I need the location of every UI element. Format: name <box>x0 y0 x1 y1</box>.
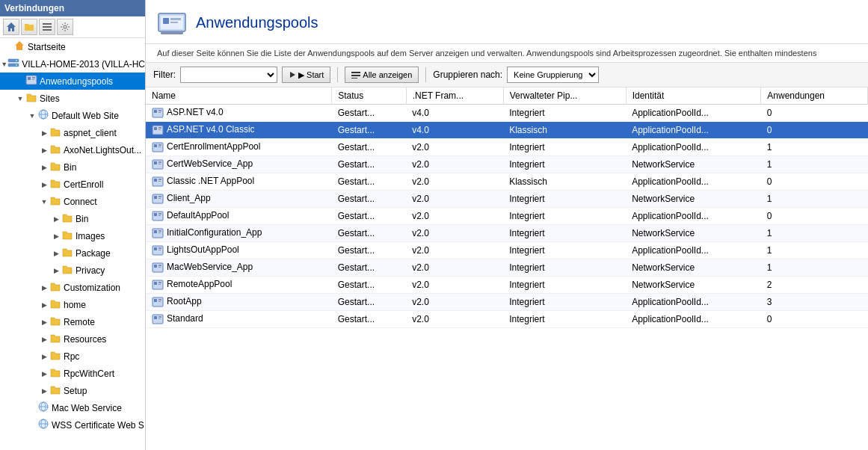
sidebar-label-customization: Customization <box>64 283 120 293</box>
sidebar-item-certenroll[interactable]: ▶CertEnroll <box>0 176 145 193</box>
sidebar-item-connect-bin[interactable]: ▶Bin <box>0 210 145 227</box>
svg-rect-72 <box>154 282 157 285</box>
cell-status: Gestart... <box>332 208 406 225</box>
svg-rect-77 <box>158 299 161 300</box>
sidebar-item-setup[interactable]: ▶Setup <box>0 382 145 399</box>
cell-pipeline: Integriert <box>503 139 626 156</box>
alle-anzeigen-button[interactable]: Alle anzeigen <box>345 67 419 83</box>
col-identity[interactable]: Identität <box>626 87 761 105</box>
group-select[interactable]: Keine Gruppierung <box>507 67 599 83</box>
cell-apps: 2 <box>761 277 868 294</box>
svg-rect-66 <box>158 250 161 250</box>
cell-identity: ApplicationPoolId... <box>626 311 761 328</box>
sidebar-label-aspnet-client: aspnet_client <box>64 128 117 138</box>
cell-identity: ApplicationPoolId... <box>626 242 761 259</box>
sidebar-item-rpc[interactable]: ▶Rpc <box>0 348 145 365</box>
cell-apps: 1 <box>761 242 868 259</box>
cell-net-framework: v2.0 <box>406 311 503 328</box>
table-row[interactable]: RemoteAppPoolGestart...v2.0IntegriertNet… <box>146 277 868 294</box>
sidebar-item-connect-privacy[interactable]: ▶Privacy <box>0 262 145 279</box>
filter-select[interactable] <box>180 67 277 83</box>
table-row[interactable]: CertEnrollmentAppPoolGestart...v2.0Integ… <box>146 139 868 156</box>
start-button[interactable]: ▶ Start <box>282 67 330 83</box>
svg-rect-45 <box>158 161 161 163</box>
cell-pipeline: Integriert <box>503 242 626 259</box>
cell-status: Gestart... <box>332 105 406 122</box>
table-row[interactable]: LightsOutAppPoolGestart...v2.0Integriert… <box>146 242 868 259</box>
svg-rect-65 <box>158 247 161 249</box>
tree-arrow-connect-package: ▶ <box>51 250 61 257</box>
filter-label: Filter: <box>153 70 176 80</box>
sidebar-item-customization[interactable]: ▶Customization <box>0 279 145 296</box>
table-row[interactable]: CertWebService_AppGestart...v2.0Integrie… <box>146 156 868 173</box>
cell-status: Gestart... <box>332 242 406 259</box>
svg-rect-64 <box>154 247 157 250</box>
sidebar-item-connect-package[interactable]: ▶Package <box>0 244 145 262</box>
svg-rect-82 <box>158 318 161 319</box>
cell-status: Gestart... <box>332 277 406 294</box>
col-apps[interactable]: Anwendungen <box>761 87 868 105</box>
cell-net-framework: v2.0 <box>406 156 503 173</box>
toolbar-btn-2[interactable] <box>21 19 37 35</box>
cell-pipeline: Integriert <box>503 105 626 122</box>
sidebar-item-home[interactable]: ▶home <box>0 296 145 313</box>
sidebar-label-connect-bin: Bin <box>76 214 88 224</box>
svg-rect-50 <box>158 181 161 182</box>
sidebar-item-villa-home[interactable]: ▼VILLA-HOME-2013 (VILLA-HC <box>0 55 145 73</box>
sidebar-item-rpcwithcert[interactable]: ▶RpcWithCert <box>0 365 145 382</box>
svg-rect-46 <box>158 164 161 164</box>
sidebar-item-anwendungspools[interactable]: Anwendungspools <box>0 73 145 90</box>
svg-rect-11 <box>32 79 34 80</box>
table-row[interactable]: InitialConfiguration_AppGestart...v2.0In… <box>146 225 868 242</box>
cell-name: Classic .NET AppPool <box>146 173 332 191</box>
col-net-framework[interactable]: .NET Fram... <box>406 87 503 105</box>
col-pipeline[interactable]: Verwalteter Pip... <box>503 87 626 105</box>
col-name[interactable]: Name <box>146 87 332 105</box>
table-row[interactable]: ASP.NET v4.0 ClassicGestart...v4.0Klassi… <box>146 122 868 139</box>
toolbar-btn-1[interactable] <box>3 19 19 35</box>
toolbar-btn-3[interactable] <box>39 19 55 35</box>
cell-pipeline: Integriert <box>503 277 626 294</box>
table-row[interactable]: Client_AppGestart...v2.0IntegriertNetwor… <box>146 191 868 208</box>
sidebar-item-connect-images[interactable]: ▶Images <box>0 227 145 244</box>
tree-icon-bin <box>49 160 61 174</box>
sidebar-label-axonet: AxoNet.LightsOut... <box>64 145 141 155</box>
sidebar-item-bin[interactable]: ▶Bin <box>0 158 145 176</box>
cell-status: Gestart... <box>332 294 406 311</box>
cell-pipeline: Integriert <box>503 208 626 225</box>
cell-identity: NetworkService <box>626 259 761 277</box>
sidebar-item-connect[interactable]: ▼Connect <box>0 193 145 210</box>
tree-icon-default-web-site <box>37 108 49 123</box>
sidebar-label-rpcwithcert: RpcWithCert <box>64 369 114 379</box>
cell-identity: ApplicationPoolId... <box>626 122 761 139</box>
table-row[interactable]: Classic .NET AppPoolGestart...v2.0Klassi… <box>146 173 868 191</box>
cell-identity: NetworkService <box>626 156 761 173</box>
svg-rect-78 <box>158 301 161 302</box>
cell-status: Gestart... <box>332 122 406 139</box>
svg-rect-76 <box>154 299 157 302</box>
sidebar-label-mac-web-service: Mac Web Service <box>52 403 122 413</box>
sidebar-item-mac-web-service[interactable]: Mac Web Service <box>0 399 145 416</box>
sidebar-item-resources[interactable]: ▶Resources <box>0 330 145 348</box>
svg-rect-56 <box>154 213 157 216</box>
sidebar-item-sites[interactable]: ▼Sites <box>0 90 145 107</box>
cell-apps: 1 <box>761 139 868 156</box>
col-status[interactable]: Status <box>332 87 406 105</box>
table-row[interactable]: ASP.NET v4.0Gestart...v4.0IntegriertAppl… <box>146 105 868 122</box>
sidebar-item-default-web-site[interactable]: ▼Default Web Site <box>0 107 145 124</box>
svg-rect-73 <box>158 282 161 283</box>
cell-net-framework: v4.0 <box>406 105 503 122</box>
sidebar-item-aspnet-client[interactable]: ▶aspnet_client <box>0 124 145 141</box>
page-header: Anwendungspools <box>146 0 868 44</box>
separator-2 <box>425 67 426 82</box>
sidebar-item-wss-cert[interactable]: WSS Certificate Web S <box>0 416 145 434</box>
sidebar-item-axonet[interactable]: ▶AxoNet.LightsOut... <box>0 141 145 158</box>
table-row[interactable]: RootAppGestart...v2.0IntegriertApplicati… <box>146 294 868 311</box>
toolbar-btn-4[interactable] <box>57 19 73 35</box>
table-row[interactable]: StandardGestart...v2.0IntegriertApplicat… <box>146 311 868 328</box>
table-row[interactable]: MacWebService_AppGestart...v2.0Integrier… <box>146 259 868 277</box>
sidebar-item-remote[interactable]: ▶Remote <box>0 313 145 330</box>
table-row[interactable]: DefaultAppPoolGestart...v2.0IntegriertAp… <box>146 208 868 225</box>
sidebar-label-wss-cert: WSS Certificate Web S <box>52 420 144 431</box>
sidebar-item-startseite[interactable]: Startseite <box>0 38 145 55</box>
